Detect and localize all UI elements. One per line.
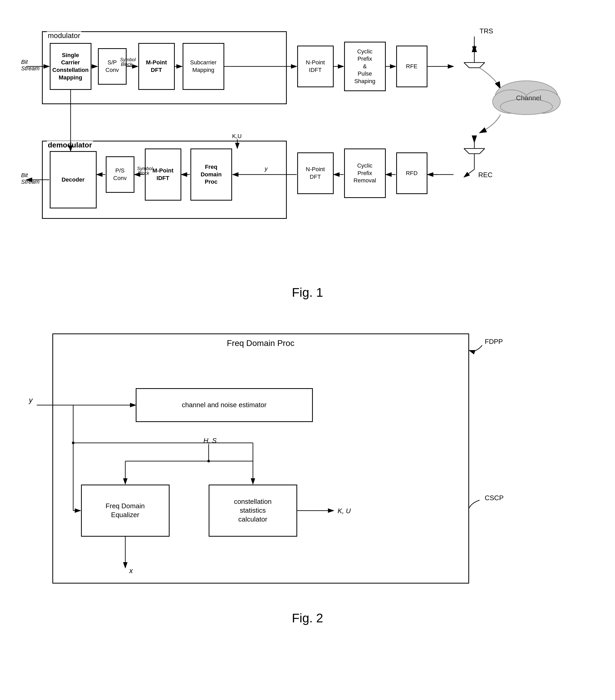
svg-text:K,U: K,U: [232, 133, 242, 139]
fig1-title: Fig. 1: [21, 285, 594, 300]
svg-line-33: [464, 169, 474, 177]
cyclic-remove-block: Cyclic Prefix Removal: [344, 149, 386, 198]
freq-eq-block: Freq Domain Equalizer: [81, 485, 170, 537]
decoder-block: Decoder: [50, 151, 97, 209]
modulator-label: modulator: [47, 32, 81, 40]
sp-conv-block: S/P Conv: [98, 48, 127, 85]
const-calc-block: constellation statistics calculator: [209, 485, 297, 537]
npt-idft-block: N-Point IDFT: [297, 46, 334, 87]
rfe-block: RFE: [396, 46, 427, 87]
svg-point-21: [495, 81, 558, 112]
page-container: modulator demodulator Single Carrier Con…: [0, 0, 615, 700]
svg-line-74: [469, 350, 473, 352]
mpt-dft-block: M-Point DFT: [138, 43, 175, 90]
svg-line-18: [464, 63, 469, 68]
svg-text:Bit: Bit: [21, 172, 28, 178]
svg-text:Stream: Stream: [21, 65, 40, 72]
svg-text:CSCP: CSCP: [485, 494, 503, 502]
fig2-title: Fig. 2: [21, 611, 594, 625]
freq-domain-proc-block: Freq Domain Proc: [190, 149, 232, 201]
fig2-container: Freq Domain Proc channel and noise estim…: [21, 313, 594, 625]
ps-conv-block: P/S Conv: [106, 156, 135, 193]
svg-line-30: [479, 149, 485, 154]
svg-text:Channel: Channel: [516, 94, 541, 102]
cyclic-pulse-block: Cyclic Prefix & Pulse Shaping: [344, 42, 386, 91]
svg-point-22: [492, 90, 529, 113]
svg-text:Bit: Bit: [21, 59, 28, 65]
svg-text:y: y: [28, 396, 33, 404]
sc-map-block: Single Carrier Constellation Mapping: [50, 43, 91, 90]
svg-marker-26: [472, 136, 477, 143]
svg-marker-15: [472, 44, 477, 52]
fdpp-title: Freq Domain Proc: [53, 338, 468, 348]
svg-point-23: [524, 90, 560, 113]
subcarrier-map-block: Subcarrier Mapping: [183, 43, 224, 90]
npt-dft-block: N-Point DFT: [297, 152, 334, 194]
channel-estimator-block: channel and noise estimator: [136, 388, 313, 422]
svg-point-24: [500, 99, 552, 115]
fig1-container: modulator demodulator Single Carrier Con…: [21, 16, 594, 302]
svg-line-19: [479, 63, 485, 68]
fdpp-box: Freq Domain Proc: [52, 334, 469, 584]
svg-text:Stream: Stream: [21, 178, 40, 185]
rfd-block: RFD: [396, 152, 427, 194]
svg-line-29: [464, 149, 469, 154]
svg-text:TRS: TRS: [479, 27, 493, 35]
svg-text:REC: REC: [478, 171, 492, 179]
mpt-idft-block: M-Point IDFT: [145, 149, 181, 201]
demodulator-label: demodulator: [47, 141, 93, 149]
svg-text:FDPP: FDPP: [485, 338, 503, 346]
